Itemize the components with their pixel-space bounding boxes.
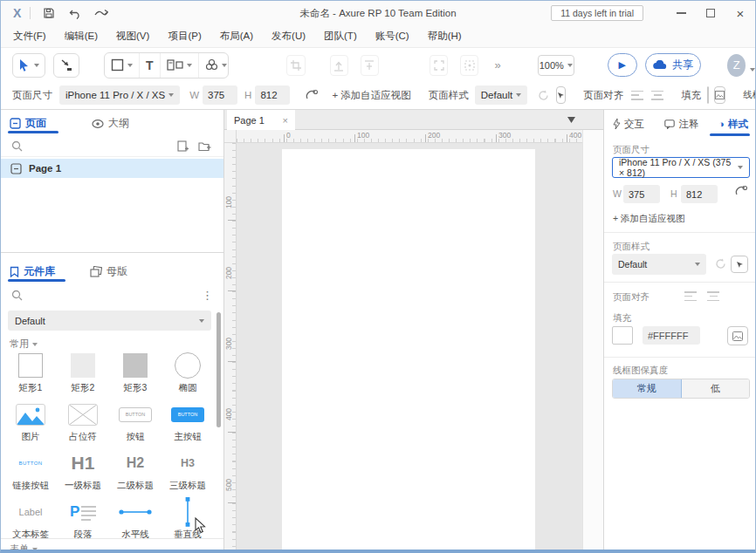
library-item-图片[interactable]: 图片 [4, 398, 57, 447]
search-icon[interactable] [11, 290, 23, 301]
save-icon[interactable] [39, 4, 58, 22]
library-select[interactable]: Default [8, 311, 211, 331]
fill-hex-field[interactable]: #FFFFFF [643, 326, 700, 345]
menu-item-文件(F)[interactable]: 文件(F) [13, 30, 46, 43]
shapes-tool-button[interactable] [199, 53, 230, 78]
add-adaptive-view-link[interactable]: + 添加自适应视图 [332, 89, 410, 102]
height-input[interactable] [681, 185, 718, 203]
align-button[interactable] [330, 55, 348, 76]
library-item-椭圆[interactable]: 椭圆 [162, 349, 214, 398]
fidelity-normal-button[interactable]: 常规 [613, 379, 682, 398]
library-item-占位符[interactable]: 占位符 [57, 398, 109, 447]
connector-tool-button[interactable] [53, 53, 79, 78]
trial-badge[interactable]: 11 days left in trial [551, 5, 643, 21]
library-item-文本标签[interactable]: Label文本标签 [4, 495, 57, 544]
rotate-page-icon[interactable] [305, 89, 319, 102]
width-input[interactable] [623, 185, 660, 203]
tab-masters[interactable]: 母版 [90, 264, 127, 279]
fill-color-swatch[interactable] [612, 326, 633, 345]
library-item-段落[interactable]: P段落 [57, 495, 109, 544]
library-item-矩形3[interactable]: 矩形3 [109, 349, 162, 398]
share-button[interactable]: 共享 [645, 53, 701, 77]
minimize-button[interactable] [666, 1, 696, 25]
width-input[interactable] [203, 85, 237, 105]
crop-button[interactable] [286, 55, 305, 76]
menu-item-布局(A)[interactable]: 布局(A) [220, 30, 253, 43]
add-page-icon[interactable] [177, 140, 189, 152]
align-left-icon[interactable] [631, 91, 643, 100]
update-style-icon[interactable] [714, 257, 727, 270]
library-item-链接按钮[interactable]: BUTTON链接按钮 [4, 447, 57, 495]
kebab-menu-icon[interactable]: ⋮ [202, 289, 213, 302]
page-style-select[interactable]: Default [612, 254, 706, 275]
frame-tool-button[interactable] [161, 53, 199, 78]
edit-style-icon[interactable] [731, 256, 748, 273]
library-item-二级标题[interactable]: H2二级标题 [109, 447, 162, 495]
page-size-select[interactable]: iPhone 11 Pro / X / XS [59, 85, 180, 105]
height-input[interactable] [255, 85, 290, 105]
tab-library[interactable]: 元件库 [10, 264, 55, 279]
edit-style-icon[interactable] [556, 86, 566, 104]
rotate-page-icon[interactable] [734, 185, 748, 198]
tab-interactions[interactable]: 交互 [613, 118, 644, 131]
text-tool-button[interactable]: T [140, 53, 161, 78]
align-center-icon[interactable] [707, 291, 719, 301]
redo-icon[interactable] [92, 4, 111, 22]
rectangle-tool-button[interactable] [105, 53, 140, 78]
canvas-tab-page1[interactable]: Page 1 × [227, 110, 295, 130]
tab-notes[interactable]: 注释 [664, 118, 698, 131]
menu-item-团队(T)[interactable]: 团队(T) [324, 30, 357, 43]
add-folder-icon[interactable] [198, 141, 211, 152]
toolbar-overflow-button[interactable]: » [494, 58, 500, 72]
align-center-icon[interactable] [651, 91, 663, 100]
distribute-button[interactable] [361, 55, 379, 76]
menu-item-编辑(E)[interactable]: 编辑(E) [65, 30, 98, 43]
library-item-一级标题[interactable]: H1一级标题 [57, 447, 109, 495]
preview-button[interactable]: ▶ [608, 53, 637, 77]
divider [604, 357, 756, 358]
add-adaptive-view-link[interactable]: + 添加自适应视图 [613, 213, 685, 225]
library-item-矩形1[interactable]: 矩形1 [4, 349, 57, 398]
canvas-area[interactable]: Page 1 × 0100200300400 100200300400500 [224, 110, 603, 550]
zoom-fit-button[interactable] [430, 55, 448, 76]
maximize-button[interactable] [696, 1, 725, 25]
page-tree-item[interactable]: Page 1 [1, 159, 223, 178]
zoom-level-select[interactable]: 100% [538, 55, 574, 76]
tab-pages[interactable]: 页面 [10, 116, 46, 131]
account-chevron-icon[interactable] [750, 68, 755, 72]
tab-list-dropdown-icon[interactable] [567, 117, 575, 123]
close-tab-icon[interactable]: × [283, 115, 288, 126]
menu-item-项目(P)[interactable]: 项目(P) [168, 30, 201, 43]
select-tool-button[interactable] [12, 53, 45, 78]
update-style-icon[interactable] [537, 89, 550, 102]
next-category-row[interactable]: 表单 [1, 538, 223, 550]
tab-style[interactable]: ◑ 样式 [718, 118, 748, 131]
page-style-select[interactable]: Default [475, 85, 527, 105]
tab-outline[interactable]: 大纲 [92, 116, 129, 131]
close-button[interactable]: × [725, 1, 755, 25]
fill-image-button[interactable] [714, 86, 725, 104]
menu-item-视图(V)[interactable]: 视图(V) [116, 30, 149, 43]
library-item-矩形2[interactable]: 矩形2 [57, 349, 109, 398]
menu-item-发布(U)[interactable]: 发布(U) [271, 30, 306, 43]
canvas-scrollbar-track[interactable] [582, 130, 603, 550]
menu-item-帮助(H)[interactable]: 帮助(H) [428, 30, 462, 43]
library-item-按钮[interactable]: BUTTON按钮 [109, 398, 162, 447]
menu-item-账号(C)[interactable]: 账号(C) [375, 30, 409, 43]
page-sheet[interactable] [282, 149, 535, 550]
page-size-select[interactable]: iPhone 11 Pro / X / XS (375 × 812) [612, 157, 750, 178]
fill-color-swatch[interactable] [707, 86, 709, 104]
fidelity-low-button[interactable]: 低 [682, 379, 750, 398]
library-item-垂直线[interactable]: 垂直线 [162, 495, 214, 544]
account-avatar[interactable]: Z [727, 54, 746, 77]
library-item-水平线[interactable]: 水平线 [109, 495, 162, 544]
library-scrollbar[interactable] [216, 312, 221, 427]
fill-image-button[interactable] [727, 326, 748, 345]
zoom-selection-button[interactable] [460, 55, 478, 76]
library-item-主按钮[interactable]: BUTTON主按钮 [162, 398, 214, 447]
search-icon[interactable] [11, 140, 23, 152]
undo-icon[interactable] [65, 4, 85, 22]
align-left-icon[interactable] [684, 291, 697, 301]
library-item-三级标题[interactable]: H3三级标题 [162, 447, 214, 495]
ruler-label: 300 [498, 131, 511, 140]
